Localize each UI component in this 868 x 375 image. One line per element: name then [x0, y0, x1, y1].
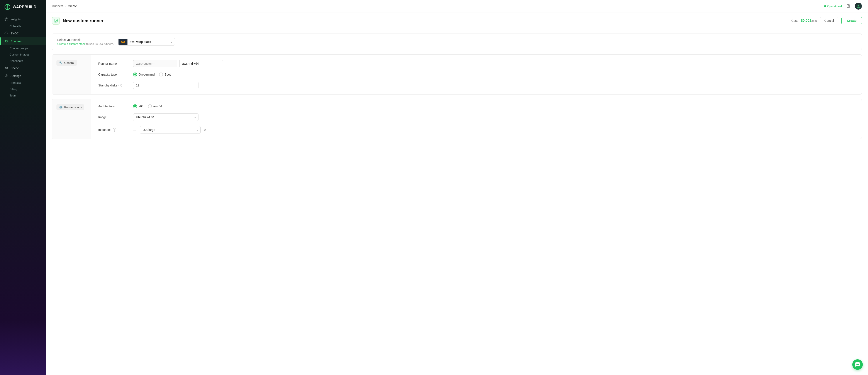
general-tab-label: 🔧 General [56, 60, 77, 66]
logo[interactable]: WARPBUILD [0, 0, 46, 14]
cost-value: $0.002 [801, 19, 811, 23]
on-demand-option[interactable]: On-demand [133, 72, 155, 76]
topbar-right: Operational [824, 3, 862, 9]
standby-disks-field-row: Standby disks i [98, 82, 855, 89]
cost-label-text: Cost: [791, 19, 799, 23]
stack-row: Select your stack Create a custom stack … [52, 34, 862, 50]
instances-label: Instances i [98, 128, 129, 131]
document-icon-button[interactable] [845, 3, 852, 9]
breadcrumb-root[interactable]: Runners [52, 4, 63, 8]
capacity-type-controls: On-demand Spot [133, 72, 855, 76]
aws-logo: aws [119, 39, 128, 45]
page-header-right: Cost: $0.002/min Cancel Create [791, 17, 862, 24]
general-tab: 🔧 General [52, 55, 91, 94]
image-value: Ubuntu 24.04 [133, 114, 192, 121]
arm64-option[interactable]: arm64 [148, 104, 162, 108]
cancel-button[interactable]: Cancel [820, 17, 839, 24]
image-chevron-icon: ⌄ [192, 114, 198, 120]
status-dot-icon [824, 5, 826, 7]
sidebar-item-snapshots[interactable]: Snapshots [0, 58, 46, 64]
products-label: Products [9, 81, 21, 85]
instances-value: t3.a.large [140, 126, 194, 133]
chat-button[interactable] [852, 359, 863, 370]
sidebar-item-ci-health[interactable]: CI health [0, 23, 46, 29]
status-indicator: Operational [824, 5, 842, 8]
stack-select[interactable]: aws aws-warp-stack ⌄ [118, 38, 175, 45]
insights-label: Insights [10, 18, 21, 21]
specs-icon: ⚙️ [59, 105, 63, 109]
svg-point-19 [857, 364, 857, 365]
page-header: New custom runner Cost: $0.002/min Cance… [46, 12, 868, 29]
chip-icon [4, 39, 8, 43]
runner-icon [52, 17, 60, 25]
instances-select[interactable]: t3.a.large ⌄ [140, 126, 201, 133]
sidebar-item-byoc[interactable]: BYOC [0, 29, 46, 37]
svg-point-6 [5, 67, 7, 68]
sidebar-item-runners[interactable]: Runners [0, 37, 46, 45]
image-select[interactable]: Ubuntu 24.04 ⌄ [133, 114, 198, 121]
standby-disks-info-icon[interactable]: i [119, 84, 122, 87]
sparkle-icon [4, 17, 8, 21]
wrench-icon: 🔧 [59, 61, 63, 64]
runner-specs-tab: ⚙️ Runner specs [52, 99, 91, 139]
sidebar-item-products[interactable]: Products [0, 80, 46, 86]
logo-text: WARPBUILD [13, 5, 36, 9]
general-section: 🔧 General Runner name C [52, 55, 862, 95]
arm64-radio[interactable] [148, 104, 152, 108]
logo-icon [4, 4, 10, 10]
billing-label: Billing [9, 88, 17, 91]
on-demand-radio[interactable] [133, 72, 137, 76]
sidebar-item-custom-images[interactable]: Custom Images [0, 52, 46, 58]
runner-name-prefix [133, 60, 177, 67]
general-fields: Runner name Capacity type On-demand [91, 55, 862, 94]
sidebar-item-runner-groups[interactable]: Runner groups [0, 45, 46, 52]
stack-sublabel-text: to use BYOC runners. [85, 42, 114, 45]
sidebar-item-insights[interactable]: Insights [0, 15, 46, 23]
sidebar-item-team[interactable]: Team [0, 92, 46, 99]
x64-option[interactable]: x64 [133, 104, 144, 108]
stack-select-label: Select your stack [57, 38, 114, 41]
image-label: Image [98, 116, 129, 119]
arm64-label: arm64 [153, 104, 162, 108]
remove-instance-button[interactable]: ✕ [203, 127, 208, 133]
runner-specs-tab-label: ⚙️ Runner specs [56, 104, 84, 110]
svg-rect-5 [5, 40, 7, 42]
standby-disks-input[interactable] [133, 82, 198, 89]
create-custom-stack-link[interactable]: Create a custom stack [57, 42, 85, 45]
stack-label-group: Select your stack Create a custom stack … [57, 38, 114, 45]
breadcrumb-separator: › [65, 5, 66, 8]
instance-number: 1. [133, 128, 137, 131]
sidebar-item-cache[interactable]: Cache [0, 64, 46, 72]
nav-section-main: Insights CI health BYOC Runners Runner [0, 14, 46, 100]
sidebar-item-billing[interactable]: Billing [0, 86, 46, 92]
custom-images-label: Custom Images [9, 53, 29, 56]
status-label: Operational [827, 5, 842, 8]
svg-point-7 [6, 75, 7, 76]
create-button[interactable]: Create [841, 17, 862, 24]
x64-radio[interactable] [133, 104, 137, 108]
settings-label: Settings [10, 74, 21, 77]
spot-radio[interactable] [159, 72, 163, 76]
byoc-label: BYOC [10, 32, 19, 35]
standby-disks-label: Standby disks i [98, 84, 129, 87]
on-demand-label: On-demand [138, 73, 155, 76]
main-content: Runners › Create Operational [46, 0, 868, 375]
runner-name-input[interactable] [179, 60, 223, 67]
stack-sublabel: Create a custom stack to use BYOC runner… [57, 42, 114, 45]
svg-rect-14 [55, 20, 56, 21]
chevron-down-icon: ⌄ [168, 39, 175, 45]
instances-info-icon[interactable]: i [113, 128, 116, 131]
spot-option[interactable]: Spot [159, 72, 171, 76]
runner-name-field-row: Runner name [98, 60, 855, 67]
topbar: Runners › Create Operational [46, 0, 868, 12]
svg-point-12 [858, 5, 859, 6]
page-title: New custom runner [63, 18, 103, 23]
sidebar-item-settings[interactable]: Settings [0, 72, 46, 80]
stack-value: aws-warp-stack [128, 38, 168, 45]
avatar[interactable] [855, 3, 862, 9]
svg-point-20 [857, 364, 858, 365]
capacity-type-field-row: Capacity type On-demand Spot [98, 72, 855, 76]
svg-rect-13 [54, 19, 57, 22]
runner-specs-body: ⚙️ Runner specs Architecture x64 [52, 99, 862, 139]
architecture-controls: x64 arm64 [133, 104, 855, 108]
